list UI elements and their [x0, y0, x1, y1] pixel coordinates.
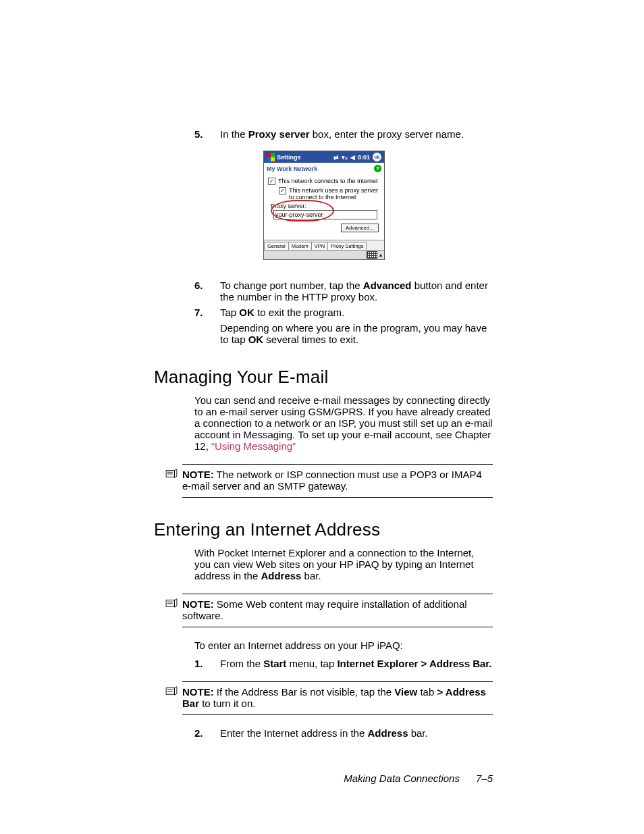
page-footer: Making Data Connections 7–5 — [155, 773, 493, 784]
clock-text: 8:01 — [358, 154, 370, 161]
bold-text: View — [394, 686, 417, 698]
note-text: The network or ISP connection must use a… — [182, 469, 482, 492]
checkbox-row-1[interactable]: ✓ This network connects to the Internet — [268, 178, 380, 185]
text: menu, tap — [286, 658, 337, 669]
text: tab — [417, 686, 437, 698]
advanced-button[interactable]: Advanced... — [341, 224, 379, 232]
section2-paragraph-1: With Pocket Internet Explorer and a conn… — [194, 547, 493, 581]
tab-modem[interactable]: Modem — [288, 242, 312, 250]
checkbox-icon[interactable]: ✓ — [268, 178, 275, 185]
step-text: Tap OK to exit the program. Depending on… — [220, 307, 493, 345]
step-number: 2. — [194, 727, 220, 739]
bold-text: Proxy server — [248, 128, 310, 140]
section2-lead: To enter an Internet address on your HP … — [194, 640, 493, 651]
device-titlebar: Settings ⇄ ▾ₓ ◀ 8:01 ok — [264, 151, 384, 163]
windows-flag-icon — [267, 153, 275, 161]
bold-text: Advanced — [363, 280, 412, 291]
proxy-server-group: Proxy server: your-proxy-server — [271, 203, 380, 219]
text: From the — [220, 658, 263, 669]
note-icon — [165, 598, 178, 610]
text: bar. — [408, 727, 428, 739]
text: With Pocket Internet Explorer and a conn… — [194, 547, 474, 581]
device-tabs: General Modem VPN Proxy Settings — [264, 240, 384, 250]
bold-text: Internet Explorer > Address Bar. — [337, 658, 491, 669]
document-page: 5. In the Proxy server box, enter the pr… — [155, 0, 493, 825]
note-label: NOTE: — [182, 686, 214, 698]
text: Tap — [220, 307, 239, 318]
tab-general[interactable]: General — [264, 242, 289, 250]
text: box, enter the proxy server name. — [310, 128, 464, 140]
checkbox-label: This network connects to the Internet — [278, 178, 378, 184]
device-body: ✓ This network connects to the Internet … — [264, 174, 384, 240]
step-number: 5. — [194, 128, 220, 140]
advanced-row: Advanced... — [268, 224, 379, 232]
note-label: NOTE: — [182, 598, 214, 610]
note-icon — [165, 686, 178, 698]
text: In the — [220, 128, 248, 140]
step-list-a: 5. In the Proxy server box, enter the pr… — [194, 128, 493, 140]
bold-text: Start — [263, 658, 286, 669]
footer-chapter: Making Data Connections — [344, 773, 460, 784]
step-number: 7. — [194, 307, 220, 345]
device-bottom-bar: ▴ — [264, 250, 384, 259]
step-7: 7. Tap OK to exit the program. Depending… — [194, 307, 493, 345]
note-text: Some Web content may require installatio… — [182, 598, 467, 621]
tab-proxy-settings[interactable]: Proxy Settings — [327, 242, 367, 250]
checkbox-row-2[interactable]: ✓ This network uses a proxy server to co… — [279, 187, 380, 201]
device-screenshot-figure: Settings ⇄ ▾ₓ ◀ 8:01 ok My Work Network … — [155, 151, 493, 261]
ok-button[interactable]: ok — [373, 153, 381, 161]
step-list-b: 6. To change port number, tap the Advanc… — [194, 280, 493, 345]
bold-text: Address — [367, 727, 408, 739]
text: to exit the program. — [254, 307, 344, 318]
checkbox-icon[interactable]: ✓ — [279, 187, 286, 194]
note-icon — [165, 469, 178, 480]
text: several times to exit. — [263, 334, 358, 345]
speaker-icon: ◀ — [350, 154, 355, 161]
text: Enter the Internet address in the — [220, 727, 367, 739]
text: To change port number, tap the — [220, 280, 363, 291]
note-block-address-bar: NOTE: If the Address Bar is not visible,… — [182, 681, 493, 715]
proxy-label: Proxy server: — [271, 203, 380, 209]
step-text: In the Proxy server box, enter the proxy… — [220, 128, 493, 140]
step-number: 1. — [194, 658, 220, 669]
note-block-web-content: NOTE: Some Web content may require insta… — [182, 594, 493, 627]
help-icon[interactable]: ? — [374, 165, 381, 172]
step-text: Enter the Internet address in the Addres… — [220, 727, 493, 739]
section2-step-1: 1. From the Start menu, tap Internet Exp… — [194, 658, 493, 669]
device-title: Settings — [277, 154, 301, 161]
sync-icon: ⇄ — [333, 154, 339, 161]
checkbox-label: This network uses a proxy server to conn… — [289, 187, 380, 201]
signal-icon: ▾ₓ — [342, 154, 348, 161]
text: to turn it on. — [199, 698, 255, 709]
step-text: To change port number, tap the Advanced … — [220, 280, 493, 303]
note-label: NOTE: — [182, 469, 214, 480]
bold-text: OK — [239, 307, 254, 318]
step-5: 5. In the Proxy server box, enter the pr… — [194, 128, 493, 140]
bold-text: Address — [261, 570, 301, 581]
step-text: From the Start menu, tap Internet Explor… — [220, 658, 493, 669]
text: bar. — [301, 570, 321, 581]
section2-step-2: 2. Enter the Internet address in the Add… — [194, 727, 493, 739]
text: If the Address Bar is not visible, tap t… — [214, 686, 395, 698]
device-subtitle-row: My Work Network ? — [264, 163, 384, 174]
bold-text: OK — [248, 334, 264, 345]
up-caret-icon[interactable]: ▴ — [379, 252, 382, 258]
note-block-email: NOTE: The network or ISP connection must… — [182, 464, 493, 498]
device-subtitle: My Work Network — [267, 165, 317, 172]
keyboard-icon[interactable] — [367, 251, 377, 259]
device-frame: Settings ⇄ ▾ₓ ◀ 8:01 ok My Work Network … — [263, 151, 385, 260]
step-6: 6. To change port number, tap the Advanc… — [194, 280, 493, 303]
section1-paragraph: You can send and receive e-mail messages… — [194, 394, 493, 452]
proxy-server-input[interactable]: your-proxy-server — [273, 210, 377, 219]
link-using-messaging[interactable]: “Using Messaging” — [211, 440, 296, 452]
tab-vpn[interactable]: VPN — [311, 242, 328, 250]
footer-page-number: 7–5 — [476, 773, 493, 784]
section-heading-email: Managing Your E-mail — [154, 367, 493, 388]
section-heading-internet-address: Entering an Internet Address — [154, 519, 493, 540]
step-number: 6. — [194, 280, 220, 303]
